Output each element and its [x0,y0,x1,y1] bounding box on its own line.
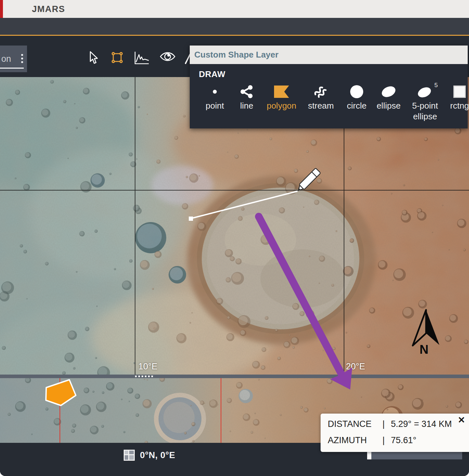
azimuth-label: AZIMUTH [328,435,382,445]
five-point-superscript: 5 [434,82,438,89]
rectangle-icon [453,86,466,98]
draw-section-label: DRAW [199,69,225,79]
grid-label-20e: 20°E [346,362,365,372]
polygon-select-tool-icon[interactable] [110,50,124,65]
window-accent-strip [0,0,3,18]
tool-rectangle[interactable]: rctng [442,83,469,111]
tool-ellipse[interactable]: ellipse [371,83,407,111]
eye-tool-icon[interactable] [159,50,176,63]
close-icon[interactable]: ✕ [458,415,465,425]
layer-tab[interactable]: on [0,46,27,72]
cursor-coordinates: 0°N, 0°E [124,450,175,461]
polygon-flag-icon [274,86,289,98]
five-point-ellipse-icon [416,84,434,99]
tab-active-underline [0,68,24,69]
panel-divider[interactable] [0,375,469,378]
scrollbar-track[interactable] [371,452,462,459]
circle-icon [349,84,364,99]
divider-drag-handle-icon[interactable] [135,376,153,377]
cursor-tool-icon[interactable] [87,50,100,65]
profile-chart-tool-icon[interactable] [133,50,150,65]
distance-label: DISTANCE [328,419,382,429]
separator: | [382,435,391,445]
title-bar: JMARS [0,0,469,18]
ellipse-icon [380,84,397,99]
scrollbar-thumb[interactable] [367,452,371,459]
tool-point[interactable]: point [197,83,233,111]
line-icon [239,85,254,99]
shape-panel-title: Custom Shape Layer [194,50,279,59]
measurement-popup: DISTANCE | 5.29° = 314 KM AZIMUTH | 75.6… [321,414,469,452]
menu-bar [0,18,469,36]
azimuth-value: 75.61° [391,435,416,445]
tool-stream[interactable]: stream [303,83,339,111]
point-icon [207,84,222,99]
distance-value: 5.29° = 314 KM [391,419,452,429]
custom-shape-layer-panel: Custom Shape Layer DRAW point line polyg… [190,46,468,128]
app-title: JMARS [32,4,65,14]
tool-polygon[interactable]: polygon [264,83,299,111]
north-arrow-icon: N [408,307,441,356]
layer-tab-label: on [1,54,11,64]
tool-5-point-ellipse[interactable]: 5 5-point ellipse [407,83,443,122]
tool-circle[interactable]: circle [339,83,375,111]
grid-icon [124,450,135,461]
coordinates-text: 0°N, 0°E [140,450,175,460]
tool-line[interactable]: line [229,83,265,111]
grid-label-10e: 10°E [138,362,158,372]
kebab-menu-icon[interactable] [21,54,23,63]
shape-panel-header[interactable]: Custom Shape Layer [190,46,468,64]
stream-squiggle-icon [313,84,329,99]
jmars-app: JMARS on [0,0,469,476]
north-label: N [420,343,428,356]
separator: | [382,419,391,429]
